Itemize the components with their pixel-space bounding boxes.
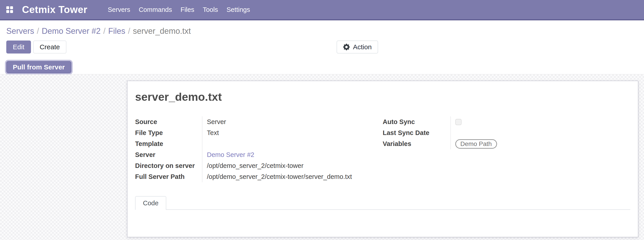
action-button[interactable]: Action	[336, 40, 378, 53]
form-sheet: server_demo.txt Source Server File Type …	[127, 81, 638, 237]
field-value-last-sync-date	[450, 127, 630, 138]
menu-item-settings[interactable]: Settings	[222, 1, 254, 18]
apps-grid-square	[6, 6, 9, 9]
breadcrumb-current-file: server_demo.txt	[133, 26, 191, 36]
record-title: server_demo.txt	[135, 90, 630, 104]
main-menu: Servers Commands Files Tools Settings	[104, 1, 254, 18]
field-value-variables: Demo Path	[450, 138, 630, 149]
field-label-template: Template	[135, 140, 202, 147]
workflow-button-row: Pull from Server	[6, 61, 644, 73]
field-value-auto-sync	[450, 117, 630, 127]
notebook: Code	[135, 196, 630, 210]
field-value-directory-on-server: /opt/demo_server_2/cetmix-tower	[202, 160, 383, 171]
menu-item-commands[interactable]: Commands	[134, 1, 176, 18]
field-label-last-sync-date: Last Sync Date	[383, 129, 450, 136]
menu-item-tools[interactable]: Tools	[198, 1, 222, 18]
field-row-directory-on-server: Directory on server /opt/demo_server_2/c…	[135, 160, 383, 171]
field-row-file-type: File Type Text	[135, 127, 383, 138]
apps-grid-icon[interactable]	[6, 6, 13, 13]
field-group-left: Source Server File Type Text Template Se…	[135, 117, 383, 182]
field-label-file-type: File Type	[135, 129, 202, 136]
variable-tag[interactable]: Demo Path	[455, 139, 497, 149]
field-row-full-server-path: Full Server Path /opt/demo_server_2/cetm…	[135, 171, 383, 182]
field-row-auto-sync: Auto Sync	[383, 117, 630, 127]
field-label-full-server-path: Full Server Path	[135, 173, 202, 180]
form-view-background: server_demo.txt Source Server File Type …	[0, 74, 644, 240]
field-row-server: Server Demo Server #2	[135, 149, 383, 160]
tab-code[interactable]: Code	[135, 196, 166, 210]
breadcrumb-demo-server-2[interactable]: Demo Server #2	[42, 26, 100, 36]
field-value-source: Server	[202, 117, 383, 127]
breadcrumb-separator: /	[125, 26, 133, 36]
control-panel: Servers/Demo Server #2/Files/server_demo…	[0, 20, 644, 74]
action-button-label: Action	[353, 43, 372, 51]
field-groups: Source Server File Type Text Template Se…	[135, 117, 630, 182]
notebook-tabs: Code	[135, 196, 630, 210]
field-label-auto-sync: Auto Sync	[383, 118, 450, 125]
field-row-template: Template	[135, 138, 383, 149]
auto-sync-checkbox[interactable]	[455, 119, 462, 125]
field-row-source: Source Server	[135, 117, 383, 127]
field-label-directory-on-server: Directory on server	[135, 162, 202, 169]
edit-button[interactable]: Edit	[6, 40, 31, 53]
apps-grid-square	[10, 10, 13, 13]
breadcrumb-servers[interactable]: Servers	[6, 26, 34, 36]
apps-grid-square	[10, 6, 13, 9]
field-label-variables: Variables	[383, 140, 450, 147]
menu-item-files[interactable]: Files	[176, 1, 198, 18]
field-value-server: Demo Server #2	[202, 149, 383, 160]
field-group-right: Auto Sync Last Sync Date Variables Demo …	[383, 117, 630, 182]
breadcrumb-files[interactable]: Files	[108, 26, 125, 36]
field-value-template	[202, 138, 383, 149]
field-value-full-server-path: /opt/demo_server_2/cetmix-tower/server_d…	[202, 171, 383, 182]
field-label-source: Source	[135, 118, 202, 125]
server-record-link[interactable]: Demo Server #2	[207, 151, 254, 158]
field-row-last-sync-date: Last Sync Date	[383, 127, 630, 138]
breadcrumb: Servers/Demo Server #2/Files/server_demo…	[6, 27, 644, 36]
field-row-variables: Variables Demo Path	[383, 138, 630, 149]
breadcrumb-separator: /	[34, 26, 42, 36]
breadcrumb-separator: /	[100, 26, 108, 36]
button-row: Edit Create Action	[6, 40, 644, 53]
top-navbar: Cetmix Tower Servers Commands Files Tool…	[0, 0, 644, 20]
app-brand-title[interactable]: Cetmix Tower	[22, 4, 87, 15]
create-button[interactable]: Create	[33, 40, 66, 53]
gear-icon	[343, 44, 350, 50]
field-label-server: Server	[135, 151, 202, 158]
apps-grid-square	[6, 10, 9, 13]
field-value-file-type: Text	[202, 127, 383, 138]
menu-item-servers[interactable]: Servers	[104, 1, 134, 18]
pull-from-server-button[interactable]: Pull from Server	[6, 61, 71, 73]
